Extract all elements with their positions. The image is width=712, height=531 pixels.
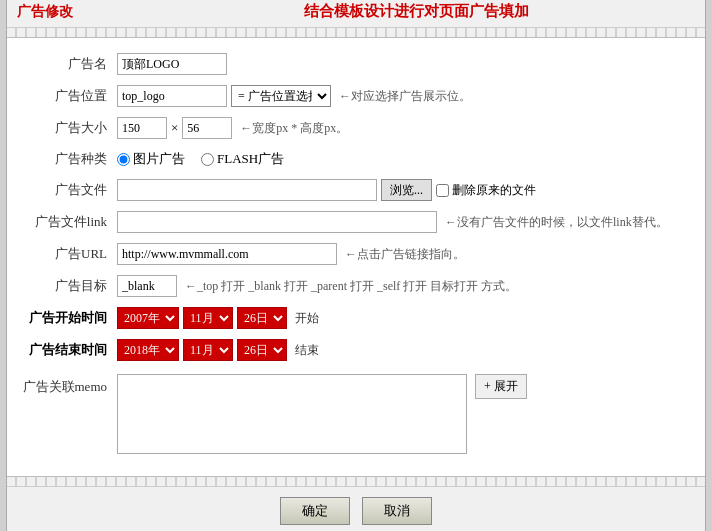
delete-file-text: 删除原来的文件 [452,182,536,199]
control-adendtime: 2007年2008年2009年 2010年2011年2012年 2013年201… [117,339,695,361]
label-adendtime: 广告结束时间 [17,341,117,359]
select-end-day[interactable]: 1日2日3日4日 5日6日7日8日 9日10日11日12日 13日14日15日1… [237,339,287,361]
browse-button[interactable]: 浏览... [381,179,432,201]
input-adfilelink[interactable] [117,211,437,233]
control-adurl: ←点击广告链接指向。 [117,243,695,265]
radio-flash-label: FLASH广告 [217,150,284,168]
row-adsize: 广告大小 × ←宽度px * 高度px。 [7,112,705,144]
hint-adfilelink: ←没有广告文件的时候，以文件link替代。 [445,214,668,231]
row-adurl: 广告URL ←点击广告链接指向。 [7,238,705,270]
textarea-memo[interactable] [117,374,467,454]
control-adstarttime: 2007年 2008年2009年2010年 2011年2012年2013年 20… [117,307,695,329]
row-adfile: 广告文件 浏览... 删除原来的文件 [7,174,705,206]
select-adpos[interactable]: = 广告位置选择 = [231,85,331,107]
row-adtype: 广告种类 图片广告 FLASH广告 [7,144,705,174]
control-adtype: 图片广告 FLASH广告 [117,150,695,168]
label-adfilelink: 广告文件link [17,213,117,231]
select-end-month[interactable]: 1月2月3月4月 5月6月7月8月 9月10月11月12月 [183,339,233,361]
start-date-group: 2007年 2008年2009年2010年 2011年2012年2013年 20… [117,307,319,329]
footer: 确定 取消 [7,486,705,531]
label-adfile: 广告文件 [17,181,117,199]
control-adsize: × ←宽度px * 高度px。 [117,117,695,139]
memo-area: + 展开 [117,374,527,458]
input-adwidth[interactable] [117,117,167,139]
hint-adsize: ←宽度px * 高度px。 [240,120,348,137]
hint-adtarget: ←_top 打开 _blank 打开 _parent 打开 _self 打开 目… [185,278,517,295]
row-adname: 广告名 [7,48,705,80]
control-adpos: = 广告位置选择 = ←对应选择广告展示位。 [117,85,695,107]
input-adfile[interactable] [117,179,377,201]
row-admemo: 广告关联memo + 展开 [7,366,705,466]
radio-image[interactable]: 图片广告 [117,150,185,168]
header: 广告修改 结合模板设计进行对页面广告填加 [7,0,705,28]
radio-flash-input[interactable] [201,153,214,166]
label-adtarget: 广告目标 [17,277,117,295]
control-admemo: + 展开 [117,374,695,458]
radio-image-input[interactable] [117,153,130,166]
label-adname: 广告名 [17,55,117,73]
control-adtarget: ←_top 打开 _blank 打开 _parent 打开 _self 打开 目… [117,275,695,297]
end-date-group: 2007年2008年2009年 2010年2011年2012年 2013年201… [117,339,319,361]
label-adstarttime: 广告开始时间 [17,309,117,327]
delete-file-checkbox[interactable] [436,184,449,197]
input-adurl[interactable] [117,243,337,265]
row-adpos: 广告位置 = 广告位置选择 = ←对应选择广告展示位。 [7,80,705,112]
label-adsize: 广告大小 [17,119,117,137]
radio-group-adtype: 图片广告 FLASH广告 [117,150,284,168]
radio-flash[interactable]: FLASH广告 [201,150,284,168]
start-suffix: 开始 [295,310,319,327]
cancel-button[interactable]: 取消 [362,497,432,525]
torn-edge-bottom [7,476,705,486]
header-title: 结合模板设计进行对页面广告填加 [137,2,695,21]
textarea-wrapper [117,374,467,458]
select-start-day[interactable]: 1日2日3日4日 5日6日7日8日 9日10日11日12日 13日14日15日1… [237,307,287,329]
end-suffix: 结束 [295,342,319,359]
row-adendtime: 广告结束时间 2007年2008年2009年 2010年2011年2012年 2… [7,334,705,366]
select-start-year[interactable]: 2007年 2008年2009年2010年 2011年2012年2013年 20… [117,307,179,329]
size-separator: × [171,120,178,136]
hint-adpos: ←对应选择广告展示位。 [339,88,471,105]
radio-image-label: 图片广告 [133,150,185,168]
input-adpos[interactable] [117,85,227,107]
label-admemo: 广告关联memo [17,374,117,396]
main-container: 广告修改 结合模板设计进行对页面广告填加 广告名 广告位置 = 广告位置选择 =… [6,0,706,531]
input-adtarget[interactable] [117,275,177,297]
row-adstarttime: 广告开始时间 2007年 2008年2009年2010年 2011年2012年2… [7,302,705,334]
row-adfilelink: 广告文件link ←没有广告文件的时候，以文件link替代。 [7,206,705,238]
control-adname [117,53,695,75]
hint-adurl: ←点击广告链接指向。 [345,246,465,263]
select-start-month[interactable]: 1月2月3月4月 5月6月7月8月 9月10月11月12月 [183,307,233,329]
input-adname[interactable] [117,53,227,75]
label-adurl: 广告URL [17,245,117,263]
torn-edge-top [7,28,705,38]
expand-button[interactable]: + 展开 [475,374,527,399]
confirm-button[interactable]: 确定 [280,497,350,525]
row-adtarget: 广告目标 ←_top 打开 _blank 打开 _parent 打开 _self… [7,270,705,302]
form-content: 广告名 广告位置 = 广告位置选择 = ←对应选择广告展示位。 广告大小 × [7,38,705,476]
select-end-year[interactable]: 2007年2008年2009年 2010年2011年2012年 2013年201… [117,339,179,361]
control-adfile: 浏览... 删除原来的文件 [117,179,695,201]
delete-file-label[interactable]: 删除原来的文件 [436,182,536,199]
control-adfilelink: ←没有广告文件的时候，以文件link替代。 [117,211,695,233]
label-adtype: 广告种类 [17,150,117,168]
header-left-label: 广告修改 [17,3,137,21]
label-adpos: 广告位置 [17,87,117,105]
input-adheight[interactable] [182,117,232,139]
